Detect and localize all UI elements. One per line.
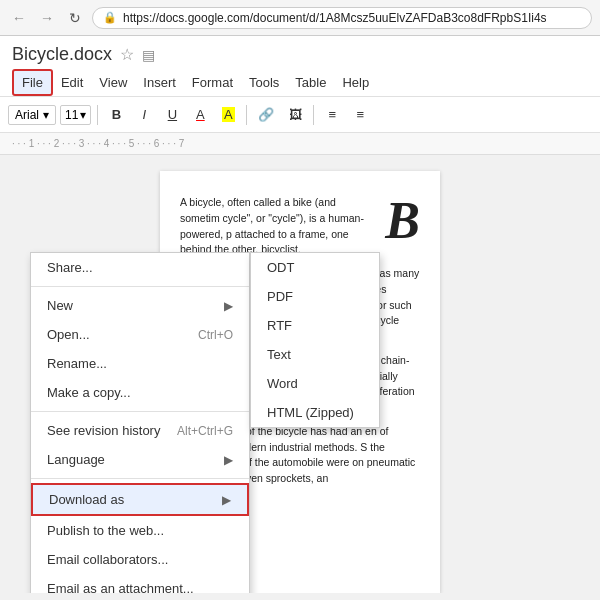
toolbar: Arial ▾ 11 ▾ B I U A A 🔗 🖼 ≡ ≡ [0,97,600,133]
file-menu: Share... New ▶ Open... Ctrl+O Rename... … [30,252,250,593]
menu-item-insert[interactable]: Insert [135,71,184,94]
submenu-word[interactable]: Word [251,369,379,398]
browser-bar: ← → ↻ 🔒 https://docs.google.com/document… [0,0,600,36]
language-label: Language [47,452,105,467]
docs-header: Bicycle.docx ☆ ▤ File Edit View Insert F… [0,36,600,97]
download-submenu: ODT PDF RTF Text Word HTML (Zipped) [250,252,380,428]
email-attach-label: Email as an attachment... [47,581,194,593]
doc-drop-cap: B [385,195,420,247]
bold-button[interactable]: B [104,103,128,127]
toolbar-sep-2 [246,105,247,125]
file-menu-new[interactable]: New ▶ [31,291,249,320]
word-label: Word [267,376,298,391]
revision-label: See revision history [47,423,160,438]
menu-item-table[interactable]: Table [287,71,334,94]
rtf-label: RTF [267,318,292,333]
font-dropdown-icon: ▾ [43,108,49,122]
file-menu-copy[interactable]: Make a copy... [31,378,249,407]
menu-item-format[interactable]: Format [184,71,241,94]
font-size-value: 11 [65,108,78,122]
menu-item-file[interactable]: File [12,69,53,96]
highlight-button[interactable]: A [216,103,240,127]
lock-icon: 🔒 [103,11,117,24]
submenu-pdf[interactable]: PDF [251,282,379,311]
pdf-label: PDF [267,289,293,304]
underline-button[interactable]: U [160,103,184,127]
file-menu-email-attach[interactable]: Email as an attachment... [31,574,249,593]
font-color-label: A [196,107,205,122]
sep-3 [31,478,249,479]
submenu-html[interactable]: HTML (Zipped) [251,398,379,427]
refresh-button[interactable]: ↻ [64,7,86,29]
email-collab-label: Email collaborators... [47,552,168,567]
font-size-selector[interactable]: 11 ▾ [60,105,91,125]
toolbar-sep-3 [313,105,314,125]
odt-label: ODT [267,260,294,275]
open-label: Open... [47,327,90,342]
menu-item-tools[interactable]: Tools [241,71,287,94]
new-arrow: ▶ [224,299,233,313]
file-menu-download[interactable]: Download as ▶ [31,483,249,516]
open-shortcut: Ctrl+O [198,328,233,342]
language-arrow: ▶ [224,453,233,467]
italic-button[interactable]: I [132,103,156,127]
submenu-odt[interactable]: ODT [251,253,379,282]
font-name: Arial [15,108,39,122]
title-row: Bicycle.docx ☆ ▤ [12,44,588,65]
file-menu-open[interactable]: Open... Ctrl+O [31,320,249,349]
html-label: HTML (Zipped) [267,405,354,420]
new-label: New [47,298,73,313]
file-menu-rename[interactable]: Rename... [31,349,249,378]
sep-2 [31,411,249,412]
download-arrow: ▶ [222,493,231,507]
doc-title: Bicycle.docx [12,44,112,65]
ruler: · · · 1 · · · 2 · · · 3 · · · 4 · · · 5 … [0,133,600,155]
toolbar-sep-1 [97,105,98,125]
copy-label: Make a copy... [47,385,131,400]
sep-1 [31,286,249,287]
file-menu-email-collab[interactable]: Email collaborators... [31,545,249,574]
numbered-list-button[interactable]: ≡ [320,103,344,127]
folder-icon[interactable]: ▤ [142,47,155,63]
submenu-rtf[interactable]: RTF [251,311,379,340]
share-label: Share... [47,260,93,275]
submenu-text[interactable]: Text [251,340,379,369]
main-area: B A bicycle, often called a bike (and so… [0,155,600,593]
file-menu-language[interactable]: Language ▶ [31,445,249,474]
forward-button[interactable]: → [36,7,58,29]
rename-label: Rename... [47,356,107,371]
bullet-list-button[interactable]: ≡ [348,103,372,127]
font-color-button[interactable]: A [188,103,212,127]
ruler-marks: · · · 1 · · · 2 · · · 3 · · · 4 · · · 5 … [12,138,184,149]
file-menu-publish[interactable]: Publish to the web... [31,516,249,545]
doc-para-1: A bicycle, often called a bike (and some… [180,195,420,258]
link-button[interactable]: 🔗 [253,103,279,127]
back-button[interactable]: ← [8,7,30,29]
url-text: https://docs.google.com/document/d/1A8Mc… [123,11,581,25]
image-button[interactable]: 🖼 [283,103,307,127]
publish-label: Publish to the web... [47,523,164,538]
revision-shortcut: Alt+Ctrl+G [177,424,233,438]
download-label: Download as [49,492,124,507]
font-selector[interactable]: Arial ▾ [8,105,56,125]
menu-bar: File Edit View Insert Format Tools Table… [12,69,588,96]
file-menu-share[interactable]: Share... [31,253,249,282]
menu-item-view[interactable]: View [91,71,135,94]
menu-item-help[interactable]: Help [334,71,377,94]
size-dropdown-icon: ▾ [80,108,86,122]
address-bar[interactable]: 🔒 https://docs.google.com/document/d/1A8… [92,7,592,29]
highlight-label: A [222,107,235,122]
star-icon[interactable]: ☆ [120,45,134,64]
text-label: Text [267,347,291,362]
file-menu-revision[interactable]: See revision history Alt+Ctrl+G [31,416,249,445]
menu-item-edit[interactable]: Edit [53,71,91,94]
